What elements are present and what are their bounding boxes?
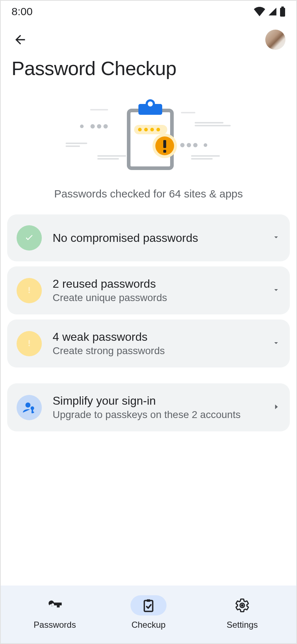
card-subtitle: Create unique passwords — [53, 292, 261, 304]
svg-rect-34 — [28, 340, 30, 344]
card-subtitle: Upgrade to passkeys on these 2 accounts — [53, 409, 262, 421]
svg-rect-10 — [90, 109, 108, 110]
svg-rect-7 — [66, 145, 80, 147]
nav-checkup[interactable]: Checkup — [102, 595, 195, 630]
wifi-icon — [254, 7, 265, 16]
hero-illustration — [1, 90, 296, 184]
nav-label: Checkup — [132, 620, 166, 630]
svg-rect-8 — [97, 155, 126, 157]
svg-point-43 — [241, 604, 244, 607]
svg-point-17 — [204, 143, 207, 147]
svg-point-24 — [138, 128, 142, 131]
check-circle-icon — [17, 225, 42, 251]
chevron-down-icon — [272, 286, 280, 296]
svg-rect-1 — [282, 6, 284, 8]
warning-circle-icon — [17, 331, 42, 356]
card-title: 2 reused passwords — [53, 277, 261, 291]
battery-icon — [280, 6, 285, 17]
card-subtitle: Create strong passwords — [53, 345, 261, 357]
svg-rect-9 — [97, 158, 119, 160]
svg-point-14 — [180, 143, 185, 147]
bottom-nav: Passwords Checkup Settings — [1, 586, 296, 643]
header — [1, 22, 296, 53]
card-body: 2 reused passwords Create unique passwor… — [53, 277, 261, 304]
card-compromised[interactable]: No compromised passwords — [7, 214, 290, 261]
nav-label: Settings — [227, 620, 258, 630]
svg-rect-41 — [144, 601, 152, 612]
card-body: Simplify your sign-in Upgrade to passkey… — [53, 394, 262, 421]
svg-rect-31 — [163, 150, 166, 153]
card-title: Simplify your sign-in — [53, 394, 262, 408]
card-reused[interactable]: 2 reused passwords Create unique passwor… — [7, 266, 290, 314]
clipboard-check-icon — [141, 598, 156, 613]
gear-icon — [235, 598, 250, 613]
svg-point-36 — [26, 402, 31, 408]
back-button[interactable] — [12, 31, 29, 48]
svg-point-3 — [90, 124, 95, 129]
svg-point-15 — [187, 143, 191, 147]
card-body: 4 weak passwords Create strong passwords — [53, 330, 261, 357]
passkey-person-icon — [17, 395, 42, 420]
card-title: 4 weak passwords — [53, 330, 261, 344]
svg-rect-30 — [163, 140, 166, 148]
svg-point-27 — [156, 128, 160, 131]
svg-point-40 — [49, 604, 52, 606]
results-list: No compromised passwords 2 reused passwo… — [1, 214, 296, 431]
svg-rect-42 — [147, 599, 150, 602]
status-icons — [254, 6, 285, 17]
svg-rect-33 — [28, 292, 30, 293]
cell-signal-icon — [267, 7, 278, 16]
svg-rect-0 — [280, 8, 285, 17]
card-weak[interactable]: 4 weak passwords Create strong passwords — [7, 319, 290, 367]
svg-rect-11 — [181, 112, 195, 113]
svg-rect-35 — [28, 345, 30, 346]
chevron-down-icon — [272, 339, 280, 349]
card-passkeys[interactable]: Simplify your sign-in Upgrade to passkey… — [7, 383, 290, 431]
nav-settings[interactable]: Settings — [195, 595, 289, 630]
card-body: No compromised passwords — [53, 231, 261, 245]
nav-label: Passwords — [34, 620, 76, 630]
status-time: 8:00 — [12, 5, 32, 18]
svg-rect-12 — [195, 122, 223, 123]
card-title: No compromised passwords — [53, 231, 261, 245]
svg-point-37 — [31, 406, 34, 410]
svg-rect-6 — [66, 143, 87, 144]
svg-point-4 — [97, 124, 101, 129]
summary-text: Passwords checked for 64 sites & apps — [1, 184, 296, 214]
svg-rect-32 — [28, 287, 30, 291]
key-icon — [46, 597, 63, 614]
nav-passwords[interactable]: Passwords — [8, 595, 102, 630]
arrow-left-icon — [13, 32, 27, 47]
account-avatar[interactable] — [265, 30, 285, 50]
svg-rect-39 — [32, 412, 34, 413]
chevron-down-icon — [272, 233, 280, 243]
svg-point-5 — [103, 124, 108, 129]
warning-circle-icon — [17, 278, 42, 303]
svg-point-25 — [144, 128, 148, 131]
svg-point-22 — [147, 100, 154, 108]
svg-point-26 — [150, 128, 154, 131]
svg-rect-13 — [195, 125, 231, 126]
page-title: Password Checkup — [1, 53, 296, 90]
svg-point-16 — [193, 143, 198, 147]
svg-rect-19 — [191, 158, 213, 160]
chevron-right-icon — [272, 403, 280, 412]
svg-rect-18 — [191, 155, 220, 157]
status-bar: 8:00 — [1, 1, 296, 22]
svg-point-2 — [80, 125, 84, 128]
